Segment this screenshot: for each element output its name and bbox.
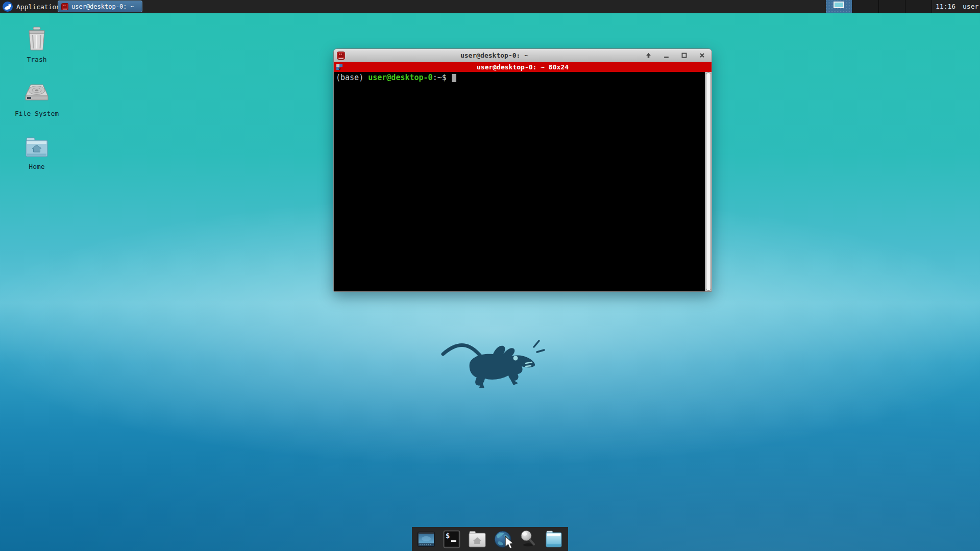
taskbar-window-button[interactable]: user@desktop-0: ~	[58, 1, 142, 12]
terminal-underscore	[451, 540, 456, 542]
workspace-1[interactable]	[826, 0, 852, 13]
window-controls	[645, 52, 705, 59]
dock-terminal-button[interactable]: $	[442, 529, 462, 549]
terminal-glyph: $	[446, 532, 450, 539]
file-manager-folder-icon	[544, 529, 564, 549]
desktop-screen: Applications user@desktop-0: ~ 11:16 use…	[0, 0, 980, 551]
xterm-status-bar: user@desktop-0: ~ 80x24	[334, 62, 712, 72]
web-browser-globe-icon	[493, 529, 513, 549]
maximize-button[interactable]	[680, 52, 688, 59]
prompt-colon: :	[433, 73, 437, 82]
panel-clock: 11:16	[936, 0, 955, 13]
desktop-icon-label: Trash	[12, 56, 61, 63]
panel-username: user	[963, 0, 978, 13]
xfce-mouse-logo	[434, 332, 556, 393]
terminal-titlebar[interactable]: user@desktop-0: ~	[334, 49, 712, 62]
terminal-scrollbar-thumb[interactable]	[706, 72, 711, 291]
show-desktop-icon	[416, 529, 436, 549]
desktop-icon-home[interactable]: Home	[12, 137, 61, 170]
shade-button[interactable]	[645, 52, 652, 59]
close-button[interactable]	[698, 52, 705, 59]
workspace-window-preview	[834, 2, 844, 8]
terminal-output-area[interactable]: (base) user@desktop-0:~$	[334, 72, 712, 291]
terminal-cursor	[452, 74, 456, 82]
terminal-emulator-icon	[442, 529, 462, 549]
desktop-icon-file-system[interactable]: File System	[12, 82, 61, 117]
top-panel: Applications user@desktop-0: ~ 11:16 use…	[0, 0, 980, 13]
terminal-window-icon	[61, 3, 68, 10]
minimize-button[interactable]	[663, 52, 670, 59]
terminal-app-icon	[337, 52, 345, 60]
prompt-conda-env: (base)	[336, 73, 368, 82]
workspace-2[interactable]	[852, 0, 879, 13]
home-folder-grey-icon	[467, 529, 487, 549]
dock-file-manager-button[interactable]	[544, 529, 564, 549]
xfce-logo-icon	[3, 2, 13, 12]
hard-disk-icon	[23, 82, 50, 105]
workspace-3[interactable]	[879, 0, 905, 13]
xterm-status-title: user@desktop-0: ~ 80x24	[477, 63, 569, 71]
xterm-menu-icon[interactable]	[336, 64, 343, 70]
bottom-dock: $	[412, 527, 568, 551]
prompt-user-host: user@desktop-0	[368, 73, 432, 82]
terminal-window-title: user@desktop-0: ~	[348, 52, 641, 59]
terminal-scrollbar[interactable]	[705, 72, 712, 291]
home-folder-icon	[24, 137, 49, 158]
dock-home-folder-button[interactable]	[467, 529, 487, 549]
desktop-icon-trash[interactable]: Trash	[12, 27, 61, 63]
desktop-icon-label: Home	[12, 163, 61, 170]
search-magnifier-icon	[518, 529, 538, 549]
dock-show-desktop-button[interactable]	[416, 529, 436, 549]
prompt-path: ~	[437, 73, 442, 82]
applications-menu-label: Applications	[16, 3, 64, 11]
dock-application-finder-button[interactable]	[518, 529, 538, 549]
workspace-switcher	[826, 0, 932, 13]
taskbar-window-title: user@desktop-0: ~	[71, 3, 134, 10]
trash-icon	[25, 27, 48, 51]
prompt-dollar: $	[442, 73, 451, 82]
desktop-icon-label: File System	[12, 110, 61, 117]
terminal-window: user@desktop-0: ~	[333, 48, 712, 292]
dock-web-browser-button[interactable]	[493, 529, 513, 549]
workspace-4[interactable]	[905, 0, 932, 13]
